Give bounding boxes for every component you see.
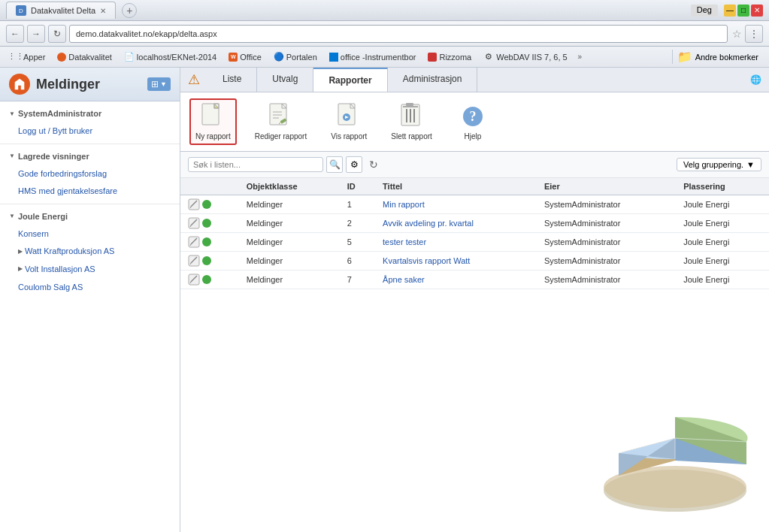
bookmark-office[interactable]: W Office: [224, 51, 266, 63]
col-tittel: Tittel: [375, 178, 537, 195]
sidebar-item-logout[interactable]: Logg ut / Bytt bruker: [0, 122, 180, 141]
row-id: 6: [340, 252, 375, 271]
edit-row-icon[interactable]: [188, 217, 200, 229]
minimize-btn[interactable]: —: [724, 5, 736, 17]
new-tab-btn[interactable]: +: [122, 3, 137, 18]
app-logo: [9, 74, 30, 95]
row-id: 7: [340, 271, 375, 289]
tab-rapporter[interactable]: Rapporter: [313, 68, 387, 92]
edit-row-icon[interactable]: [188, 198, 200, 210]
triangle-icon-3: ▼: [9, 213, 15, 219]
bookmark-datakvalitet[interactable]: Datakvalitet: [53, 51, 116, 63]
toolbar-slett-label: Slett rapport: [391, 132, 431, 141]
svg-rect-19: [413, 109, 415, 122]
bookmark-portalen[interactable]: 🔵 Portalen: [269, 50, 322, 64]
toolbar-vis-label: Vis rapport: [331, 132, 367, 141]
svg-text:?: ?: [469, 109, 476, 124]
status-indicator: [202, 275, 211, 284]
maximize-btn[interactable]: □: [737, 5, 749, 17]
pie-chart: [589, 404, 761, 524]
toolbar-slett-btn[interactable]: Slett rapport: [385, 98, 437, 145]
group-by-btn[interactable]: Velg gruppering. ▼: [677, 158, 761, 171]
edit-row-icon[interactable]: [188, 274, 200, 286]
window-controls: Deg — □ ✕: [691, 5, 763, 17]
edit-row-icon[interactable]: [188, 236, 200, 248]
row-eier: SystemAdministrator: [537, 214, 676, 233]
sidebar-title: Meldinger: [36, 77, 100, 92]
globe-btn[interactable]: 🌐: [743, 68, 769, 92]
row-tittel[interactable]: Min rapport: [375, 195, 537, 214]
tab-nav: ⚠ Liste Utvalg Rapporter Administrasjon …: [180, 68, 769, 92]
menu-btn[interactable]: ⋮: [745, 25, 763, 43]
status-indicator: [202, 237, 211, 246]
search-input[interactable]: [188, 157, 323, 172]
address-bar[interactable]: [69, 25, 728, 43]
row-icons-cell: [180, 195, 239, 214]
tab-liste[interactable]: Liste: [207, 68, 257, 92]
bookmark-apper[interactable]: ⋮⋮ Apper: [6, 50, 50, 64]
col-plassering: Plassering: [676, 178, 769, 195]
refresh-btn[interactable]: ↻: [365, 156, 382, 173]
row-id: 2: [340, 214, 375, 233]
sidebar-section-header-joule[interactable]: ▼ Joule Energi: [0, 207, 180, 225]
row-icons-cell: [180, 233, 239, 252]
back-btn[interactable]: ←: [6, 25, 24, 43]
svg-rect-16: [403, 106, 418, 107]
office-icon: W: [229, 53, 238, 62]
sidebar-grid-btn[interactable]: ⊞ ▼: [147, 77, 171, 91]
sidebar-item-hms[interactable]: HMS med gjentakelsesfare: [0, 183, 180, 201]
sidebar-header: Meldinger ⊞ ▼: [0, 68, 180, 101]
row-eier: SystemAdministrator: [537, 233, 676, 252]
row-tittel[interactable]: Kvartalsvis rapport Watt: [375, 252, 537, 271]
row-tittel[interactable]: tester tester: [375, 233, 537, 252]
sidebar-item-watt[interactable]: ▶ Watt Kraftproduksjon AS: [0, 243, 180, 261]
sidebar-item-volt[interactable]: ▶ Volt Installasjon AS: [0, 261, 180, 279]
windows-icon: [329, 53, 338, 62]
bookmark-office-instr[interactable]: office -Instrumentbor: [325, 51, 421, 63]
row-tittel[interactable]: Avvik avdeling pr. kvartal: [375, 214, 537, 233]
toolbar-rediger-btn[interactable]: Rediger rapport: [249, 98, 313, 145]
other-bookmarks-btn[interactable]: 📁 Andre bokmerker: [672, 50, 763, 64]
tab-utvalg[interactable]: Utvalg: [257, 68, 313, 92]
bookmark-webdav[interactable]: ⚙ WebDAV IIS 7, 6, 5: [479, 50, 571, 64]
sidebar-item-coulomb[interactable]: Coulomb Salg AS: [0, 279, 180, 297]
more-bookmarks-btn[interactable]: »: [578, 53, 583, 61]
tab-administrasjon[interactable]: Administrasjon: [388, 68, 478, 92]
status-indicator: [202, 256, 211, 265]
table-row: Meldinger 2 Avvik avdeling pr. kvartal S…: [180, 214, 769, 233]
user-label-btn[interactable]: Deg: [691, 5, 718, 17]
webdav-icon: ⚙: [483, 52, 494, 62]
triangle-icon-4: ▶: [18, 247, 23, 257]
svg-rect-17: [406, 109, 407, 122]
sidebar-section-header-saved[interactable]: ▼ Lagrede visninger: [0, 147, 180, 165]
grid-icon: ⋮⋮: [11, 52, 21, 62]
close-btn[interactable]: ✕: [751, 5, 763, 17]
chart-area: [180, 397, 769, 532]
bookmark-localhost[interactable]: 📄 localhost/EKNet-2014: [120, 50, 221, 64]
toolbar-ny-rapport-label: Ny rapport: [195, 132, 231, 141]
tab-close-btn[interactable]: ✕: [100, 7, 106, 15]
sidebar-section-saved: ▼ Lagrede visninger Gode forbedringsfors…: [0, 144, 180, 204]
sidebar-section-header-admin[interactable]: ▼ SystemAdministrator: [0, 104, 180, 122]
row-eier: SystemAdministrator: [537, 195, 676, 214]
row-tittel[interactable]: Åpne saker: [375, 271, 537, 289]
row-objektklasse: Meldinger: [239, 214, 340, 233]
reload-btn[interactable]: ↻: [48, 25, 66, 43]
forward-btn[interactable]: →: [27, 25, 45, 43]
search-btn[interactable]: 🔍: [326, 156, 343, 173]
bookmark-star[interactable]: ☆: [732, 28, 742, 40]
sidebar-section-joule: ▼ Joule Energi Konsern ▶ Watt Kraftprodu…: [0, 204, 180, 299]
toolbar-ny-rapport-btn[interactable]: Ny rapport: [189, 98, 237, 145]
filter-btn[interactable]: ⚙: [346, 156, 362, 173]
toolbar-vis-btn[interactable]: Vis rapport: [325, 98, 373, 145]
status-indicator: [202, 219, 211, 228]
toolbar-hjelp-btn[interactable]: ? Hjelp: [450, 98, 495, 145]
edit-row-icon[interactable]: [188, 255, 200, 267]
row-plassering: Joule Energi: [676, 252, 769, 271]
browser-tab[interactable]: D Datakvalitet Delta ✕: [6, 2, 116, 19]
sidebar-item-konsern[interactable]: Konsern: [0, 225, 180, 243]
sidebar-item-forbedringsforslag[interactable]: Gode forbedringsforslag: [0, 165, 180, 183]
main-panel: ⚠ Liste Utvalg Rapporter Administrasjon …: [180, 68, 769, 532]
title-bar: D Datakvalitet Delta ✕ + Deg — □ ✕: [0, 0, 769, 21]
bookmark-rizzoma[interactable]: Rizzoma: [423, 51, 476, 63]
